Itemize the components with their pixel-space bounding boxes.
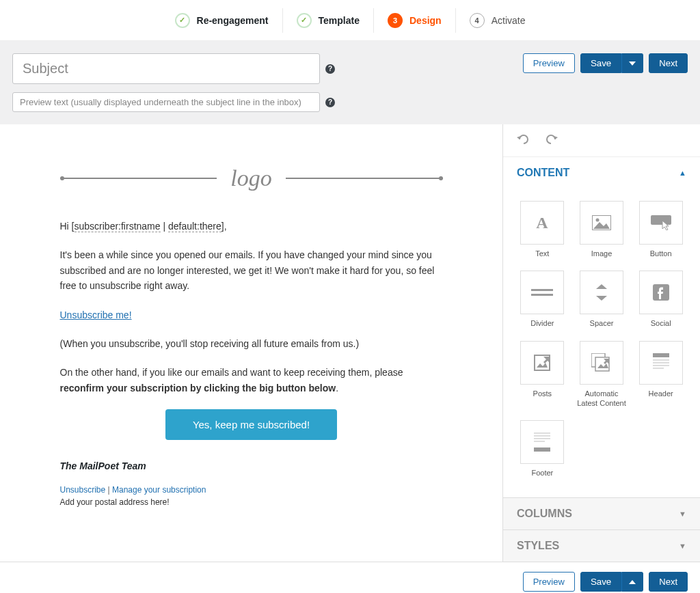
- greeting-text: ],: [221, 221, 227, 232]
- widget-label: Button: [650, 249, 672, 258]
- merge-tag: subscriber:firstname: [75, 221, 161, 232]
- text-block[interactable]: Hi [subscriber:firstname | default:there…: [60, 219, 443, 396]
- check-icon: ✓: [175, 13, 190, 28]
- button-icon: [651, 215, 671, 230]
- widget-label: Image: [591, 249, 612, 258]
- svg-rect-5: [531, 294, 553, 296]
- facebook-icon: [653, 284, 669, 301]
- bottom-action-bar: Preview Save Next: [0, 562, 700, 593]
- step-design[interactable]: 3 Design: [373, 8, 455, 33]
- svg-rect-14: [653, 368, 664, 369]
- step-number: 4: [470, 13, 485, 28]
- svg-rect-17: [534, 438, 550, 439]
- widget-text[interactable]: A Text: [517, 201, 568, 258]
- svg-point-2: [595, 219, 599, 222]
- widget-posts[interactable]: Posts: [517, 341, 568, 409]
- merge-tag: default:there: [168, 221, 221, 232]
- caret-down-icon: ▼: [679, 510, 686, 518]
- widget-label: Footer: [531, 468, 553, 478]
- footer-icon: [534, 432, 550, 452]
- widget-button[interactable]: Button: [635, 201, 686, 258]
- svg-rect-15: [534, 432, 550, 434]
- unsubscribe-link[interactable]: Unsubscribe me!: [60, 309, 132, 320]
- step-label: Design: [409, 15, 442, 26]
- email-canvas[interactable]: logo Hi [subscriber:firstname | default:…: [0, 124, 502, 562]
- step-reengagement[interactable]: ✓ Re-engagement: [161, 8, 282, 33]
- panel-columns-header[interactable]: COLUMNS ▼: [503, 497, 700, 529]
- widget-label: Text: [535, 249, 549, 258]
- save-button[interactable]: Save: [580, 53, 621, 73]
- widget-social[interactable]: Social: [635, 271, 686, 328]
- widget-header[interactable]: Header: [635, 341, 686, 409]
- step-template[interactable]: ✓ Template: [282, 8, 373, 33]
- step-label: Template: [319, 15, 360, 26]
- footer-unsubscribe-link[interactable]: Unsubscribe: [60, 485, 106, 495]
- svg-rect-4: [531, 289, 553, 291]
- preview-text-input[interactable]: [12, 92, 320, 112]
- sidebar: CONTENT ▲ A Text Image Button Divider: [502, 124, 700, 562]
- spacer-icon: [596, 284, 607, 301]
- next-button[interactable]: Next: [649, 572, 688, 592]
- greeting-text: Hi [: [60, 221, 75, 232]
- divider-line: [286, 178, 443, 179]
- help-icon[interactable]: ?: [325, 64, 335, 74]
- panel-content-header[interactable]: CONTENT ▲: [503, 156, 700, 189]
- save-button[interactable]: Save: [580, 572, 621, 592]
- paragraph: It's been a while since you opened our e…: [60, 247, 443, 293]
- logo-block[interactable]: logo: [60, 165, 443, 191]
- header-icon: [653, 353, 669, 372]
- stepper: ✓ Re-engagement ✓ Template 3 Design 4 Ac…: [0, 0, 700, 41]
- top-actions: Preview Save Next: [523, 53, 688, 73]
- step-label: Activate: [492, 15, 526, 26]
- preview-button[interactable]: Preview: [523, 53, 575, 73]
- widget-label: Posts: [533, 389, 552, 398]
- svg-rect-3: [651, 215, 671, 225]
- paragraph: On the other hand, if you like our email…: [60, 367, 403, 378]
- paragraph: (When you unsubscribe, you'll stop recei…: [60, 336, 443, 351]
- logo-placeholder: logo: [217, 165, 285, 191]
- next-button[interactable]: Next: [649, 53, 688, 73]
- panel-title: COLUMNS: [517, 508, 572, 520]
- caret-up-icon: [629, 580, 636, 584]
- widget-label: Divider: [530, 318, 554, 328]
- cta-button[interactable]: Yes, keep me subscribed!: [165, 409, 337, 440]
- footer-sep: |: [105, 485, 112, 495]
- subject-bar: ? ? Preview Save Next: [0, 41, 700, 124]
- caret-down-icon: ▼: [679, 542, 686, 550]
- widget-divider[interactable]: Divider: [517, 271, 568, 328]
- widget-spacer[interactable]: Spacer: [576, 271, 628, 328]
- save-dropdown-button[interactable]: [621, 53, 643, 73]
- preview-button[interactable]: Preview: [523, 572, 575, 592]
- signature: The MailPoet Team: [60, 460, 443, 471]
- svg-rect-18: [534, 441, 545, 442]
- help-icon[interactable]: ?: [325, 98, 335, 107]
- subject-input[interactable]: [12, 53, 320, 84]
- svg-rect-12: [653, 362, 669, 363]
- panel-title: CONTENT: [517, 167, 569, 179]
- content-widgets: A Text Image Button Divider Spacer So: [503, 189, 700, 497]
- step-activate[interactable]: 4 Activate: [455, 8, 539, 33]
- paragraph-bold: reconfirm your subscription by clicking …: [60, 383, 336, 394]
- caret-down-icon: [629, 61, 636, 66]
- widget-label: Spacer: [590, 318, 614, 328]
- undo-icon[interactable]: [517, 134, 530, 147]
- widget-label: Header: [649, 389, 673, 398]
- widget-image[interactable]: Image: [576, 201, 628, 258]
- widget-label: Automatic Latest Content: [576, 389, 628, 409]
- save-dropdown-button[interactable]: [621, 572, 643, 592]
- widget-label: Social: [651, 318, 671, 328]
- svg-rect-10: [653, 353, 669, 357]
- redo-icon[interactable]: [544, 134, 558, 147]
- step-number: 3: [388, 13, 403, 28]
- step-label: Re-engagement: [197, 15, 269, 26]
- svg-rect-13: [653, 365, 669, 366]
- footer-address: Add your postal address here!: [60, 497, 443, 507]
- widget-footer[interactable]: Footer: [517, 420, 568, 478]
- panel-styles-header[interactable]: STYLES ▼: [503, 529, 700, 562]
- svg-rect-16: [534, 435, 550, 437]
- token-sep: |: [161, 221, 168, 232]
- paragraph: .: [336, 383, 338, 394]
- widget-automatic-latest-content[interactable]: Automatic Latest Content: [576, 341, 628, 409]
- footer-block[interactable]: Unsubscribe | Manage your subscription A…: [60, 485, 443, 507]
- footer-manage-link[interactable]: Manage your subscription: [112, 485, 206, 495]
